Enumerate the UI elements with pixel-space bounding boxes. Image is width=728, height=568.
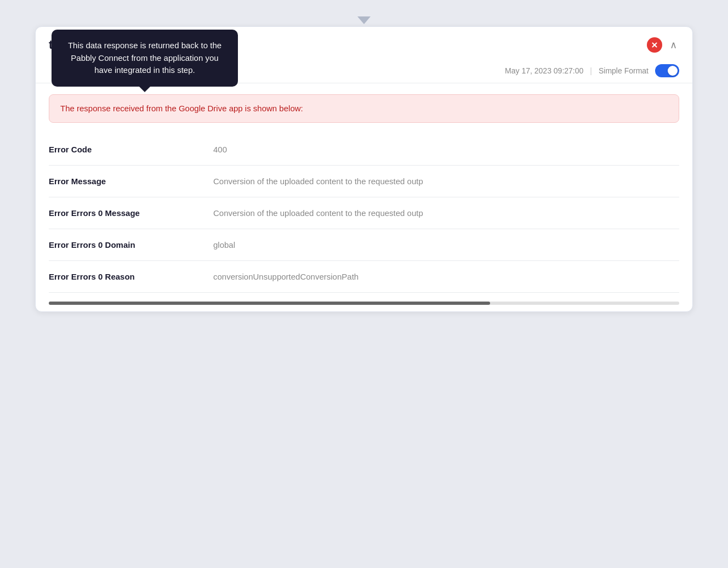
table-row: Error Errors 0 Domainglobal [49, 229, 679, 261]
tabs-bar: Data In Data Out May 17, 2023 09:27:00 |… [36, 59, 692, 83]
outer-wrapper: This data response is returned back to t… [35, 16, 693, 312]
row-label: Error Errors 0 Reason [49, 272, 213, 281]
card-header: tent in a File ∧ [36, 27, 692, 53]
tab-right-info: May 17, 2023 09:27:00 | Simple Format [505, 64, 679, 77]
timestamp-label: May 17, 2023 09:27:00 [505, 66, 583, 75]
row-value: 400 [213, 145, 227, 154]
data-table: Error Code400Error MessageConversion of … [36, 134, 692, 293]
pipe-divider: | [590, 66, 592, 75]
table-row: Error Code400 [49, 134, 679, 166]
tab-data-in[interactable]: Data In [49, 59, 84, 83]
tab-data-out[interactable]: Data Out [99, 59, 141, 83]
row-value: global [213, 240, 235, 249]
table-row: Error Errors 0 MessageConversion of the … [49, 197, 679, 229]
format-label: Simple Format [599, 66, 649, 75]
row-value: Conversion of the uploaded content to th… [213, 177, 423, 186]
close-button[interactable] [647, 37, 662, 53]
collapse-button[interactable]: ∧ [668, 37, 679, 53]
scrollbar-track[interactable] [49, 302, 679, 305]
main-card: tent in a File ∧ Data In Data Out May 17… [35, 26, 693, 312]
response-banner: The response received from the Google Dr… [49, 94, 679, 123]
row-value: Conversion of the uploaded content to th… [213, 208, 423, 218]
row-value: conversionUnsupportedConversionPath [213, 272, 359, 281]
row-label: Error Errors 0 Message [49, 208, 213, 218]
table-row: Error Errors 0 ReasonconversionUnsupport… [49, 261, 679, 293]
row-label: Error Code [49, 145, 213, 154]
scrollbar-container [36, 295, 692, 311]
row-label: Error Message [49, 177, 213, 186]
response-banner-text: The response received from the Google Dr… [60, 104, 303, 113]
format-toggle[interactable] [655, 64, 679, 77]
table-row: Error MessageConversion of the uploaded … [49, 166, 679, 197]
row-label: Error Errors 0 Domain [49, 240, 213, 249]
header-actions: ∧ [647, 37, 679, 53]
top-arrow-indicator [35, 16, 693, 24]
scrollbar-thumb[interactable] [49, 302, 490, 305]
page-title: tent in a File [49, 38, 119, 52]
